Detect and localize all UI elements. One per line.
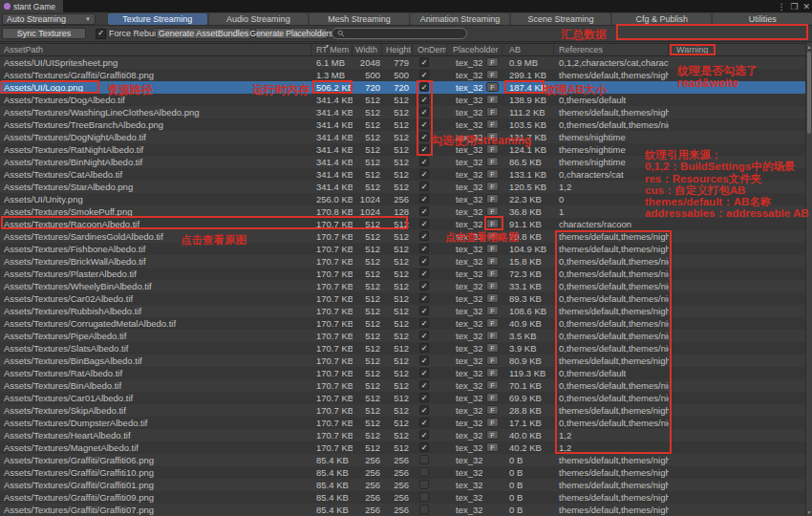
- asset-path-cell[interactable]: Assets/Textures/Car02Albedo.tif: [0, 292, 311, 305]
- column-rtmem[interactable]: RT Mem: [311, 44, 353, 55]
- table-row[interactable]: Assets/Textures/PipeAlbedo.tif170.7 KB51…: [0, 330, 805, 342]
- format-button[interactable]: F: [486, 318, 499, 328]
- format-button[interactable]: F: [486, 244, 499, 253]
- format-button[interactable]: F: [486, 393, 499, 402]
- search-field[interactable]: [331, 28, 467, 39]
- format-button[interactable]: F: [486, 182, 499, 191]
- search-input[interactable]: [348, 28, 457, 39]
- asset-path-cell[interactable]: Assets/Textures/SardinesGoldAlbedo.tif: [0, 230, 311, 243]
- asset-path-cell[interactable]: Assets/UI/Logo.png: [0, 81, 311, 94]
- format-button[interactable]: F: [486, 132, 499, 141]
- ondem-checkbox-checked[interactable]: ✓: [419, 107, 429, 117]
- format-button[interactable]: F: [486, 219, 499, 228]
- table-row[interactable]: Assets/Textures/Graffiti/Graffiti01.png8…: [0, 479, 805, 491]
- table-row[interactable]: Assets/Textures/Car02Albedo.tif170.7 KB5…: [0, 292, 805, 305]
- vertical-scrollbar[interactable]: ▲ ▼: [805, 43, 812, 516]
- asset-path-cell[interactable]: Assets/Textures/Graffiti/Graffiti09.png: [0, 491, 311, 504]
- table-row[interactable]: Assets/Textures/SlatsAlbedo.tif170.7 KB5…: [0, 342, 805, 355]
- table-row[interactable]: Assets/Textures/BinNightAlbedo.tif341.4 …: [0, 156, 805, 168]
- asset-path-cell[interactable]: Assets/Textures/SkipAlbedo.tif: [0, 404, 311, 417]
- table-row[interactable]: Assets/Textures/TreeBranchAlbedo.png341.…: [0, 118, 805, 131]
- table-row[interactable]: Assets/Textures/Car01Albedo.tif170.7 KB5…: [0, 392, 805, 404]
- mode-dropdown[interactable]: Auto Streaming ▼: [2, 13, 96, 25]
- asset-path-cell[interactable]: Assets/Textures/RubbishAlbedo.tif: [0, 305, 311, 317]
- format-button[interactable]: F: [486, 405, 499, 415]
- column-references[interactable]: References: [554, 44, 669, 55]
- ondem-checkbox-checked[interactable]: ✓: [419, 331, 429, 340]
- table-row[interactable]: Assets/Textures/RacoonAlbedo.tif170.7 KB…: [0, 218, 805, 230]
- ondem-checkbox-checked[interactable]: ✓: [419, 269, 429, 278]
- ondem-checkbox-checked[interactable]: ✓: [419, 132, 429, 141]
- table-row[interactable]: Assets/Textures/SmokePuff.png170.8 KB102…: [0, 205, 805, 218]
- ondem-checkbox-unchecked[interactable]: [419, 455, 429, 464]
- asset-path-cell[interactable]: Assets/Textures/SmokePuff.png: [0, 205, 311, 218]
- ondem-checkbox-checked[interactable]: ✓: [419, 182, 429, 191]
- table-row[interactable]: Assets/Textures/Graffiti/Graffiti08.png1…: [0, 69, 805, 81]
- ondem-checkbox-checked[interactable]: ✓: [419, 157, 429, 166]
- ondem-checkbox-checked[interactable]: ✓: [419, 405, 429, 415]
- asset-path-cell[interactable]: Assets/Textures/SlatsAlbedo.tif: [0, 342, 311, 355]
- asset-path-cell[interactable]: Assets/Textures/PipeAlbedo.tif: [0, 330, 311, 342]
- asset-path-cell[interactable]: Assets/Textures/BinBagsAlbedo.tif: [0, 355, 311, 367]
- ondem-checkbox-checked[interactable]: ✓: [419, 206, 429, 216]
- ondem-checkbox-checked[interactable]: ✓: [419, 318, 429, 328]
- window-menu-icon[interactable]: ⋮: [777, 2, 785, 11]
- ondem-checkbox-checked[interactable]: ✓: [419, 368, 429, 377]
- ondem-checkbox-checked[interactable]: ✓: [419, 244, 429, 253]
- format-button[interactable]: F: [486, 256, 499, 266]
- table-row[interactable]: Assets/Textures/RatNightAlbedo.tif341.4 …: [0, 143, 805, 156]
- asset-path-cell[interactable]: Assets/Textures/RatNightAlbedo.tif: [0, 143, 311, 156]
- format-button[interactable]: F: [486, 368, 499, 377]
- format-button[interactable]: F: [486, 269, 499, 278]
- table-row[interactable]: Assets/UI/Logo.png506.2 KB720720✓tex_32F…: [0, 81, 805, 94]
- generate-assetbundles-button[interactable]: Generate AssetBundles: [156, 28, 251, 39]
- tab-texture-streaming[interactable]: Texture Streaming: [108, 13, 207, 25]
- asset-path-cell[interactable]: Assets/Textures/Graffiti/Graffiti01.png: [0, 479, 311, 491]
- table-row[interactable]: Assets/Textures/PlasterAlbedo.tif170.7 K…: [0, 268, 805, 280]
- ondem-checkbox-checked[interactable]: ✓: [419, 293, 429, 303]
- tab-mesh-streaming[interactable]: Mesh Streaming: [310, 13, 409, 25]
- tab-animation-streaming[interactable]: Animation Streaming: [411, 13, 510, 25]
- asset-path-cell[interactable]: Assets/UI/UISpritesheet.png: [0, 56, 311, 69]
- column-width[interactable]: Width: [353, 44, 382, 55]
- asset-path-cell[interactable]: Assets/Textures/MagnetAlbedo.tif: [0, 441, 311, 454]
- ondem-checkbox-checked[interactable]: ✓: [419, 418, 429, 427]
- ondem-checkbox-checked[interactable]: ✓: [419, 430, 429, 440]
- format-button[interactable]: F: [486, 206, 499, 216]
- table-row[interactable]: Assets/Textures/WashingLineClothesAlbedo…: [0, 106, 805, 118]
- asset-path-cell[interactable]: Assets/Textures/RacoonAlbedo.tif: [0, 218, 311, 230]
- column-height[interactable]: Height: [382, 44, 413, 55]
- tab-cfg-publish[interactable]: Cfg & Publish: [612, 13, 712, 25]
- asset-path-cell[interactable]: Assets/Textures/DogAlbedo.tif: [0, 94, 311, 106]
- table-row[interactable]: Assets/UI/Unity.png256.0 KB1024256✓tex_3…: [0, 193, 805, 205]
- format-button[interactable]: F: [486, 95, 499, 104]
- asset-path-cell[interactable]: Assets/Textures/WashingLineClothesAlbedo…: [0, 106, 311, 118]
- asset-path-cell[interactable]: Assets/Textures/BrickWallAlbedo.tif: [0, 255, 311, 268]
- asset-path-cell[interactable]: Assets/Textures/Car01Albedo.tif: [0, 392, 311, 404]
- scroll-up-icon[interactable]: ▲: [806, 44, 812, 50]
- ondem-checkbox-unchecked[interactable]: [419, 467, 429, 477]
- ondem-checkbox-checked[interactable]: ✓: [419, 57, 429, 67]
- table-row[interactable]: Assets/Textures/DogNightAlbedo.tif341.4 …: [0, 131, 805, 143]
- asset-path-cell[interactable]: Assets/Textures/DumpsterAlbedo.tif: [0, 417, 311, 429]
- format-button[interactable]: F: [486, 343, 499, 353]
- ondem-checkbox-checked[interactable]: ✓: [419, 343, 429, 353]
- ondem-checkbox-unchecked[interactable]: [419, 492, 429, 502]
- table-row[interactable]: Assets/Textures/SardinesGoldAlbedo.tif17…: [0, 230, 805, 243]
- asset-path-cell[interactable]: Assets/Textures/BinNightAlbedo.tif: [0, 156, 311, 168]
- column-placeholder[interactable]: Placeholder: [447, 44, 502, 55]
- ondem-checkbox-unchecked[interactable]: [419, 480, 429, 489]
- table-row[interactable]: Assets/Textures/SkipAlbedo.tif170.7 KB51…: [0, 404, 805, 417]
- ondem-checkbox-checked[interactable]: ✓: [419, 119, 429, 129]
- format-button[interactable]: F: [486, 430, 499, 440]
- asset-path-cell[interactable]: Assets/Textures/BinAlbedo.tif: [0, 379, 311, 392]
- table-row[interactable]: Assets/Textures/CatAlbedo.tif341.4 KB512…: [0, 168, 805, 181]
- ondem-checkbox-checked[interactable]: ✓: [419, 70, 429, 79]
- ondem-checkbox-unchecked[interactable]: [419, 505, 429, 514]
- table-row[interactable]: Assets/Textures/CorrugatedMetalAlbedo.ti…: [0, 317, 805, 330]
- asset-path-cell[interactable]: Assets/Textures/CatAlbedo.tif: [0, 168, 311, 181]
- table-row[interactable]: Assets/Textures/FishboneAlbedo.tif170.7 …: [0, 243, 805, 255]
- asset-path-cell[interactable]: Assets/Textures/CorrugatedMetalAlbedo.ti…: [0, 317, 311, 330]
- table-row[interactable]: Assets/Textures/RubbishAlbedo.tif170.7 K…: [0, 305, 805, 317]
- asset-path-cell[interactable]: Assets/Textures/RatAlbedo.tif: [0, 367, 311, 379]
